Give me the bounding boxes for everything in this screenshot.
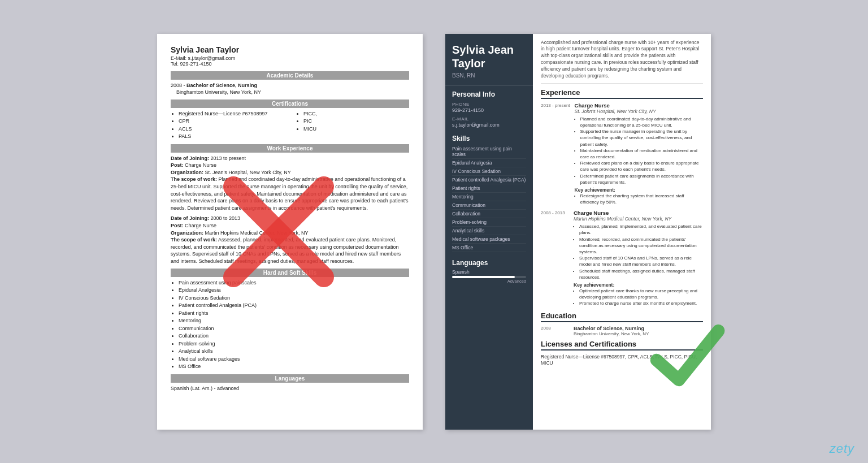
job1-bullet: Supported the nurse manager in operating… <box>580 128 703 148</box>
skill-item: Analytical skills <box>452 227 526 235</box>
cert-item: Registered Nurse—License #67508997 <box>179 110 284 118</box>
languages-title: Languages <box>452 259 526 267</box>
edu-block: 2008 Bachelor of Science, Nursing Bingha… <box>541 326 703 336</box>
right-resume: Sylvia Jean Taylor BSN, RN Personal Info… <box>445 34 711 430</box>
skill-item: Problem-solving <box>179 340 409 348</box>
left-contact: E-Mail: s.j.taylor@gmail.com Tel: 929-27… <box>171 55 409 67</box>
job1-bullets: Planned and coordinated day-to-day admin… <box>575 116 703 185</box>
job2-details: Charge Nurse Martin Hopkins Medical Cent… <box>574 210 703 306</box>
edu-degree: Bachelor of Science, Nursing <box>574 326 649 331</box>
job2-block: 2008 - 2013 Charge Nurse Martin Hopkins … <box>541 210 703 306</box>
skill-item: Collaboration <box>179 332 409 340</box>
language-item: Spanish <box>452 269 526 275</box>
job1-date-label: Date of Joining: <box>171 155 209 161</box>
cert-text: Registered Nurse—License #67508997, CPR,… <box>541 354 703 367</box>
job1-bullet: Planned and coordinated day-to-day admin… <box>580 116 703 128</box>
left-name: Sylvia Jean Taylor <box>171 45 409 54</box>
job1-block: Date of Joining: 2013 to present Post: C… <box>171 155 409 212</box>
sidebar-name-block: Sylvia Jean Taylor BSN, RN <box>445 43 533 86</box>
job1-achievement-item: Redesigned the charting system that incr… <box>580 193 703 205</box>
academic-year: 2008 - <box>171 83 185 88</box>
phone-label: Phone <box>452 102 526 107</box>
skills-list: Pain assessment using painscales Epidura… <box>171 279 409 371</box>
job1-scope-label: The scope of work: <box>171 176 217 182</box>
cert-item: PALS <box>179 133 284 141</box>
job2-org: Martin Hopkins Medical Center, New York,… <box>205 230 309 236</box>
skills-title: Skills <box>452 135 526 142</box>
job1-title: Charge Nurse <box>575 102 703 109</box>
cert-item: PIC <box>303 118 409 126</box>
academic-school: Binghamton University, New York, NY <box>176 89 261 95</box>
cert-item: MICU <box>303 126 409 133</box>
personal-info-section: Personal Info Phone 929-271-4150 E-mail … <box>445 86 533 130</box>
work-header: Work Experience <box>171 144 409 153</box>
job2-org: Martin Hopkins Medical Center, New York,… <box>574 216 703 222</box>
skill-item: MS Office <box>179 363 409 371</box>
job1-block: 2013 - present Charge Nurse St. John's H… <box>541 102 703 205</box>
job1-details: Charge Nurse St. John's Hospital, New Yo… <box>575 102 703 205</box>
cert-list-right: PICC, PIC MICU <box>296 110 409 141</box>
job2-date: 2008 to 2013 <box>211 215 241 221</box>
sidebar-credential: BSN, RN <box>452 72 526 79</box>
skill-item: Communication <box>179 325 409 333</box>
language-bar-bg <box>452 276 526 278</box>
academic-degree: Bachelor of Science, Nursing <box>186 83 257 88</box>
zety-logo: zety <box>830 442 854 456</box>
tel-value: 929-271-4150 <box>180 61 212 67</box>
cert-item: PICC, <box>303 110 409 118</box>
academic-header: Academic Details <box>171 71 409 80</box>
job1-bullet: Reviewed care plans on a daily basis to … <box>580 160 703 172</box>
job2-bullets: Assessed, planned, implemented, and eval… <box>574 223 703 280</box>
language-level: Advanced <box>452 279 526 284</box>
job2-block: Date of Joining: 2008 to 2013 Post: Char… <box>171 215 409 265</box>
job1-post: Charge Nurse <box>185 162 216 168</box>
job2-key-achievement-label: Key achievement: <box>574 282 703 288</box>
job2-bullet: Scheduled staff meetings, assigned dutie… <box>579 268 703 280</box>
resume-sidebar: Sylvia Jean Taylor BSN, RN Personal Info… <box>445 34 533 430</box>
job1-dates: 2013 - present <box>541 102 570 205</box>
education-title: Education <box>541 311 703 322</box>
job1-achievement: Redesigned the charting system that incr… <box>575 193 703 205</box>
job2-dates: 2008 - 2013 <box>541 210 569 306</box>
edu-year: 2008 <box>541 326 569 336</box>
skill-item: Epidural Analgesia <box>452 159 526 167</box>
experience-title: Experience <box>541 88 703 99</box>
skill-item: Communication <box>452 201 526 210</box>
skill-item: IV Conscious Sedation <box>452 167 526 176</box>
job2-achievement: Optimized patient care thanks to new nur… <box>574 288 703 307</box>
job2-title: Charge Nurse <box>574 210 703 216</box>
job2-post: Charge Nurse <box>185 223 216 228</box>
lang-content: Spanish (Lat. Am.) - advanced <box>171 385 409 392</box>
job2-scope-label: The scope of work: <box>171 237 217 243</box>
job1-org: St. John's Hospital, New York City, NY <box>575 109 703 114</box>
job1-bullet: Maintained documentation of medication a… <box>580 148 703 160</box>
job2-bullet: Assessed, planned, implemented, and eval… <box>579 223 703 236</box>
resume-summary: Accomplished and professional charge nur… <box>541 40 703 84</box>
resume-main: Accomplished and professional charge nur… <box>533 34 711 430</box>
skill-item: Analytical skills <box>179 348 409 356</box>
job1-bullet: Determined patient care assignments in a… <box>580 173 703 185</box>
skills-header: Hard and Soft Skills <box>171 269 409 277</box>
cert-title: Licenses and Certifications <box>541 340 703 351</box>
job2-bullet: Monitored, recorded, and communicated th… <box>579 236 703 256</box>
cert-list: Registered Nurse—License #67508997 CPR A… <box>171 110 409 141</box>
skill-item: Collaboration <box>452 210 526 218</box>
skill-item: Problem-solving <box>452 218 526 227</box>
skill-item: IV Conscious Sedation <box>179 295 409 302</box>
lang-header: Languages <box>171 374 409 383</box>
edu-details: Bachelor of Science, Nursing Binghamton … <box>574 326 649 336</box>
tel-label: Tel: <box>171 61 179 67</box>
job2-org-label: Organization: <box>171 230 203 236</box>
cert-item: ACLS <box>179 126 284 133</box>
email-label: E-Mail: <box>171 55 186 61</box>
skill-item: Pain assessment using painscales <box>179 279 409 287</box>
email-value: s.j.taylor@gmail.com <box>452 122 526 128</box>
skill-item: Patient controlled Analgesia (PCA) <box>452 176 526 184</box>
cert-list-left: Registered Nurse—License #67508997 CPR A… <box>171 110 284 141</box>
skill-item: Mentoring <box>179 317 409 325</box>
skill-item: Pain assessment using pain scales <box>452 145 526 159</box>
skill-item: Mentoring <box>452 193 526 201</box>
left-resume: Sylvia Jean Taylor E-Mail: s.j.taylor@gm… <box>157 34 423 430</box>
skill-item: Patient rights <box>179 310 409 318</box>
skill-item: MS Office <box>452 244 526 252</box>
